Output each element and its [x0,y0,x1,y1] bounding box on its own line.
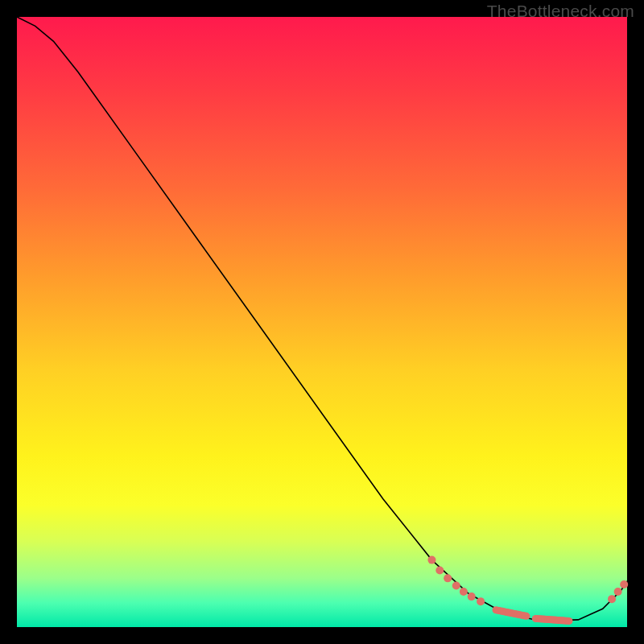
data-point [460,588,468,596]
bottleneck-curve [17,17,627,621]
chart-overlay-svg [17,17,627,627]
chart-stage: TheBottleneck.com [0,0,644,644]
gradient-plot-area [17,17,627,627]
data-point [427,556,436,564]
data-point [565,617,572,625]
data-point [452,581,460,589]
data-point [620,580,628,588]
data-point [436,567,444,575]
data-point [608,595,616,603]
watermark-text: TheBottleneck.com [487,2,634,21]
data-point [444,574,452,582]
data-point [477,597,485,605]
data-point [522,613,530,620]
data-points-group [427,556,628,625]
data-point [614,588,622,596]
data-point [468,592,476,601]
